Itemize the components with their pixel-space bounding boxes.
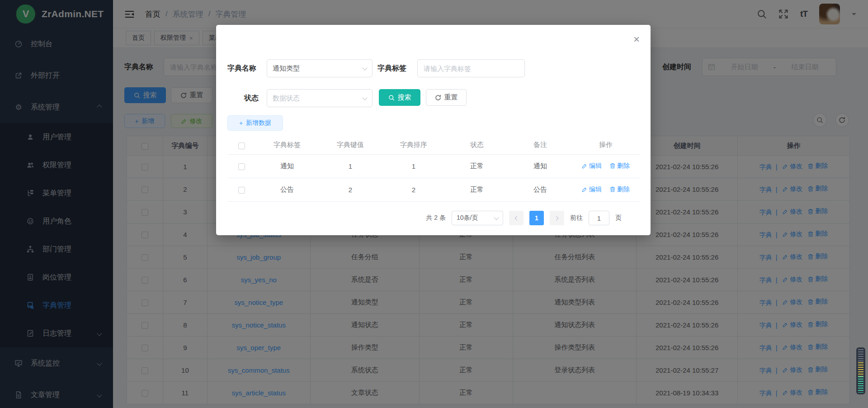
modal-column-actions: 操作 xyxy=(572,136,640,154)
modal-search-button[interactable]: 搜索 xyxy=(379,89,420,106)
modal-status-select[interactable]: 数据状态 xyxy=(267,89,373,107)
trash-icon xyxy=(610,186,615,192)
chevron-down-icon xyxy=(362,65,367,70)
modal-table-header-row: 字典标签 字典键值 字典排序 状态 备注 操作 xyxy=(227,136,640,154)
trash-icon xyxy=(610,163,615,169)
chevron-right-icon xyxy=(554,216,559,220)
goto-unit-label: 页 xyxy=(615,214,622,222)
modal-search-button-label: 搜索 xyxy=(398,93,411,102)
search-icon xyxy=(388,95,395,101)
modal-close-icon[interactable]: × xyxy=(633,33,640,46)
modal-table-row: 公告 2 2 正常 公告 编辑 删除 xyxy=(227,178,640,201)
modal-row-checkbox[interactable] xyxy=(238,163,245,170)
pen-icon xyxy=(582,187,587,192)
plus-icon: + xyxy=(239,119,243,127)
cell-dict-label: 通知 xyxy=(255,154,319,178)
modal-select-all-checkbox[interactable] xyxy=(238,142,245,149)
page-size-value: 10条/页 xyxy=(457,214,478,222)
modal-dict-label-label: 字典标签 xyxy=(377,64,406,73)
modal-row-action-edit[interactable]: 编辑 xyxy=(582,185,602,194)
modal-reset-button[interactable]: 重置 xyxy=(426,89,467,106)
cell-remark: 通知 xyxy=(509,154,572,178)
modal-column-status: 状态 xyxy=(445,136,509,154)
modal-table-row: 通知 1 1 正常 通知 编辑 删除 xyxy=(227,154,640,178)
modal-row-action-delete-label: 删除 xyxy=(617,162,630,170)
next-page-button[interactable] xyxy=(550,211,564,225)
modal-add-data-button[interactable]: + 新增数据 xyxy=(227,115,283,131)
chevron-left-icon xyxy=(515,216,519,220)
pagination: 共 2 条 10条/页 1 前往 页 xyxy=(426,211,622,225)
modal-dict-name-label: 字典名称 xyxy=(227,64,256,73)
modal-row-action-delete[interactable]: 删除 xyxy=(610,162,630,170)
goto-page-input[interactable] xyxy=(589,211,609,225)
modal-dict-name-value: 通知类型 xyxy=(273,64,300,73)
scrollbar-thumb[interactable] xyxy=(856,347,865,394)
cell-dict-value: 1 xyxy=(319,154,382,178)
modal-column-dict-value: 字典键值 xyxy=(319,136,382,154)
modal-status-label: 状态 xyxy=(244,94,259,103)
refresh-icon xyxy=(435,95,441,101)
cell-dict-label: 公告 xyxy=(255,178,319,201)
pagination-total: 共 2 条 xyxy=(426,214,446,222)
modal-row-action-delete[interactable]: 删除 xyxy=(610,185,630,194)
modal-add-data-label: 新增数据 xyxy=(246,119,271,127)
pen-icon xyxy=(582,163,587,169)
cell-dict-sort: 2 xyxy=(382,178,445,201)
app-root: V ZrAdmin.NET 控制台 外部打开 ⚙ 系统管理 xyxy=(0,0,868,408)
modal-column-remark: 备注 xyxy=(509,136,572,154)
cell-status: 正常 xyxy=(445,178,509,201)
modal-table-body: 通知 1 1 正常 通知 编辑 删除 公告 2 2 正常 公告 编辑 xyxy=(227,154,640,201)
modal-column-dict-label: 字典标签 xyxy=(255,136,319,154)
modal-reset-button-label: 重置 xyxy=(444,93,458,102)
modal-row-action-edit[interactable]: 编辑 xyxy=(582,162,602,170)
goto-label: 前往 xyxy=(570,214,583,222)
modal-row-action-edit-label: 编辑 xyxy=(589,162,602,170)
page-size-select[interactable]: 10条/页 xyxy=(452,211,503,225)
cell-dict-value: 2 xyxy=(319,178,382,201)
modal-row-action-edit-label: 编辑 xyxy=(589,185,602,194)
prev-page-button[interactable] xyxy=(509,211,524,225)
dict-data-modal: × 字典名称 通知类型 字典标签 状态 数据状态 搜索 重置 + 新增数据 xyxy=(216,25,651,235)
chevron-down-icon xyxy=(362,95,367,100)
modal-dict-name-select[interactable]: 通知类型 xyxy=(267,59,373,77)
cell-dict-sort: 1 xyxy=(382,154,445,178)
modal-row-action-delete-label: 删除 xyxy=(617,185,630,194)
modal-column-dict-sort: 字典排序 xyxy=(382,136,445,154)
cell-status: 正常 xyxy=(445,154,509,178)
modal-dict-label-input[interactable] xyxy=(417,59,525,77)
chevron-down-icon xyxy=(494,215,499,220)
modal-row-checkbox[interactable] xyxy=(238,187,245,194)
cell-remark: 公告 xyxy=(509,178,572,201)
page-number-1[interactable]: 1 xyxy=(529,211,544,225)
modal-table: 字典标签 字典键值 字典排序 状态 备注 操作 通知 1 1 正常 通知 编辑 xyxy=(227,136,640,202)
modal-status-placeholder: 数据状态 xyxy=(273,94,300,103)
